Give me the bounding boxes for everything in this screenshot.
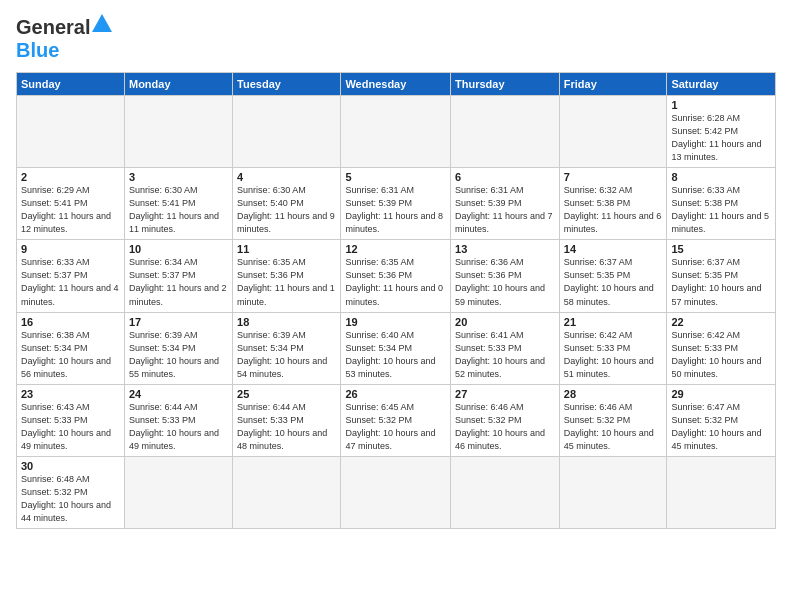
- day-info: Sunrise: 6:32 AM Sunset: 5:38 PM Dayligh…: [564, 184, 663, 236]
- table-row: 21Sunrise: 6:42 AM Sunset: 5:33 PM Dayli…: [559, 312, 667, 384]
- header: General Blue: [16, 16, 776, 62]
- table-row: 30Sunrise: 6:48 AM Sunset: 5:32 PM Dayli…: [17, 456, 125, 528]
- day-info: Sunrise: 6:46 AM Sunset: 5:32 PM Dayligh…: [564, 401, 663, 453]
- day-info: Sunrise: 6:43 AM Sunset: 5:33 PM Dayligh…: [21, 401, 120, 453]
- table-row: [233, 96, 341, 168]
- table-row: 25Sunrise: 6:44 AM Sunset: 5:33 PM Dayli…: [233, 384, 341, 456]
- day-info: Sunrise: 6:44 AM Sunset: 5:33 PM Dayligh…: [129, 401, 228, 453]
- week-row-2: 2Sunrise: 6:29 AM Sunset: 5:41 PM Daylig…: [17, 168, 776, 240]
- table-row: 27Sunrise: 6:46 AM Sunset: 5:32 PM Dayli…: [451, 384, 560, 456]
- day-info: Sunrise: 6:37 AM Sunset: 5:35 PM Dayligh…: [671, 256, 771, 308]
- table-row: 3Sunrise: 6:30 AM Sunset: 5:41 PM Daylig…: [124, 168, 232, 240]
- day-info: Sunrise: 6:38 AM Sunset: 5:34 PM Dayligh…: [21, 329, 120, 381]
- day-info: Sunrise: 6:40 AM Sunset: 5:34 PM Dayligh…: [345, 329, 446, 381]
- day-info: Sunrise: 6:42 AM Sunset: 5:33 PM Dayligh…: [671, 329, 771, 381]
- table-row: 5Sunrise: 6:31 AM Sunset: 5:39 PM Daylig…: [341, 168, 451, 240]
- table-row: [17, 96, 125, 168]
- day-number: 26: [345, 388, 446, 400]
- day-number: 30: [21, 460, 120, 472]
- week-row-1: 1Sunrise: 6:28 AM Sunset: 5:42 PM Daylig…: [17, 96, 776, 168]
- day-number: 20: [455, 316, 555, 328]
- table-row: 7Sunrise: 6:32 AM Sunset: 5:38 PM Daylig…: [559, 168, 667, 240]
- day-number: 1: [671, 99, 771, 111]
- day-number: 17: [129, 316, 228, 328]
- logo-blue-text: Blue: [16, 39, 59, 61]
- day-number: 18: [237, 316, 336, 328]
- day-info: Sunrise: 6:45 AM Sunset: 5:32 PM Dayligh…: [345, 401, 446, 453]
- weekday-header-wednesday: Wednesday: [341, 73, 451, 96]
- table-row: 9Sunrise: 6:33 AM Sunset: 5:37 PM Daylig…: [17, 240, 125, 312]
- day-number: 14: [564, 243, 663, 255]
- day-info: Sunrise: 6:29 AM Sunset: 5:41 PM Dayligh…: [21, 184, 120, 236]
- day-number: 4: [237, 171, 336, 183]
- week-row-4: 16Sunrise: 6:38 AM Sunset: 5:34 PM Dayli…: [17, 312, 776, 384]
- day-number: 21: [564, 316, 663, 328]
- table-row: [124, 456, 232, 528]
- day-info: Sunrise: 6:37 AM Sunset: 5:35 PM Dayligh…: [564, 256, 663, 308]
- day-number: 25: [237, 388, 336, 400]
- day-info: Sunrise: 6:46 AM Sunset: 5:32 PM Dayligh…: [455, 401, 555, 453]
- day-number: 16: [21, 316, 120, 328]
- day-number: 6: [455, 171, 555, 183]
- logo-triangle-icon: [92, 14, 112, 32]
- day-number: 12: [345, 243, 446, 255]
- day-info: Sunrise: 6:35 AM Sunset: 5:36 PM Dayligh…: [237, 256, 336, 308]
- table-row: 19Sunrise: 6:40 AM Sunset: 5:34 PM Dayli…: [341, 312, 451, 384]
- table-row: [559, 96, 667, 168]
- calendar-page: General Blue SundayMondayTuesdayWednesda…: [0, 0, 792, 612]
- week-row-5: 23Sunrise: 6:43 AM Sunset: 5:33 PM Dayli…: [17, 384, 776, 456]
- weekday-header-sunday: Sunday: [17, 73, 125, 96]
- table-row: 8Sunrise: 6:33 AM Sunset: 5:38 PM Daylig…: [667, 168, 776, 240]
- day-number: 8: [671, 171, 771, 183]
- table-row: [667, 456, 776, 528]
- table-row: 11Sunrise: 6:35 AM Sunset: 5:36 PM Dayli…: [233, 240, 341, 312]
- day-number: 29: [671, 388, 771, 400]
- day-number: 22: [671, 316, 771, 328]
- day-info: Sunrise: 6:47 AM Sunset: 5:32 PM Dayligh…: [671, 401, 771, 453]
- day-number: 27: [455, 388, 555, 400]
- table-row: 13Sunrise: 6:36 AM Sunset: 5:36 PM Dayli…: [451, 240, 560, 312]
- table-row: 29Sunrise: 6:47 AM Sunset: 5:32 PM Dayli…: [667, 384, 776, 456]
- day-number: 28: [564, 388, 663, 400]
- day-number: 24: [129, 388, 228, 400]
- table-row: [451, 456, 560, 528]
- svg-marker-0: [92, 14, 112, 32]
- day-info: Sunrise: 6:34 AM Sunset: 5:37 PM Dayligh…: [129, 256, 228, 308]
- table-row: 18Sunrise: 6:39 AM Sunset: 5:34 PM Dayli…: [233, 312, 341, 384]
- table-row: [341, 96, 451, 168]
- weekday-header-saturday: Saturday: [667, 73, 776, 96]
- day-info: Sunrise: 6:39 AM Sunset: 5:34 PM Dayligh…: [237, 329, 336, 381]
- day-info: Sunrise: 6:28 AM Sunset: 5:42 PM Dayligh…: [671, 112, 771, 164]
- table-row: 23Sunrise: 6:43 AM Sunset: 5:33 PM Dayli…: [17, 384, 125, 456]
- table-row: [559, 456, 667, 528]
- day-number: 10: [129, 243, 228, 255]
- day-info: Sunrise: 6:30 AM Sunset: 5:40 PM Dayligh…: [237, 184, 336, 236]
- day-info: Sunrise: 6:33 AM Sunset: 5:38 PM Dayligh…: [671, 184, 771, 236]
- day-number: 11: [237, 243, 336, 255]
- day-info: Sunrise: 6:42 AM Sunset: 5:33 PM Dayligh…: [564, 329, 663, 381]
- table-row: 6Sunrise: 6:31 AM Sunset: 5:39 PM Daylig…: [451, 168, 560, 240]
- day-number: 2: [21, 171, 120, 183]
- day-info: Sunrise: 6:35 AM Sunset: 5:36 PM Dayligh…: [345, 256, 446, 308]
- table-row: 20Sunrise: 6:41 AM Sunset: 5:33 PM Dayli…: [451, 312, 560, 384]
- table-row: 28Sunrise: 6:46 AM Sunset: 5:32 PM Dayli…: [559, 384, 667, 456]
- day-info: Sunrise: 6:48 AM Sunset: 5:32 PM Dayligh…: [21, 473, 120, 525]
- weekday-header-tuesday: Tuesday: [233, 73, 341, 96]
- day-info: Sunrise: 6:31 AM Sunset: 5:39 PM Dayligh…: [345, 184, 446, 236]
- day-number: 5: [345, 171, 446, 183]
- table-row: 22Sunrise: 6:42 AM Sunset: 5:33 PM Dayli…: [667, 312, 776, 384]
- day-info: Sunrise: 6:33 AM Sunset: 5:37 PM Dayligh…: [21, 256, 120, 308]
- table-row: 12Sunrise: 6:35 AM Sunset: 5:36 PM Dayli…: [341, 240, 451, 312]
- weekday-header-thursday: Thursday: [451, 73, 560, 96]
- table-row: [341, 456, 451, 528]
- day-info: Sunrise: 6:31 AM Sunset: 5:39 PM Dayligh…: [455, 184, 555, 236]
- table-row: [233, 456, 341, 528]
- logo: General Blue: [16, 16, 112, 62]
- table-row: 2Sunrise: 6:29 AM Sunset: 5:41 PM Daylig…: [17, 168, 125, 240]
- table-row: [124, 96, 232, 168]
- day-info: Sunrise: 6:44 AM Sunset: 5:33 PM Dayligh…: [237, 401, 336, 453]
- logo-general-text: General: [16, 16, 90, 39]
- table-row: 15Sunrise: 6:37 AM Sunset: 5:35 PM Dayli…: [667, 240, 776, 312]
- day-number: 23: [21, 388, 120, 400]
- day-number: 7: [564, 171, 663, 183]
